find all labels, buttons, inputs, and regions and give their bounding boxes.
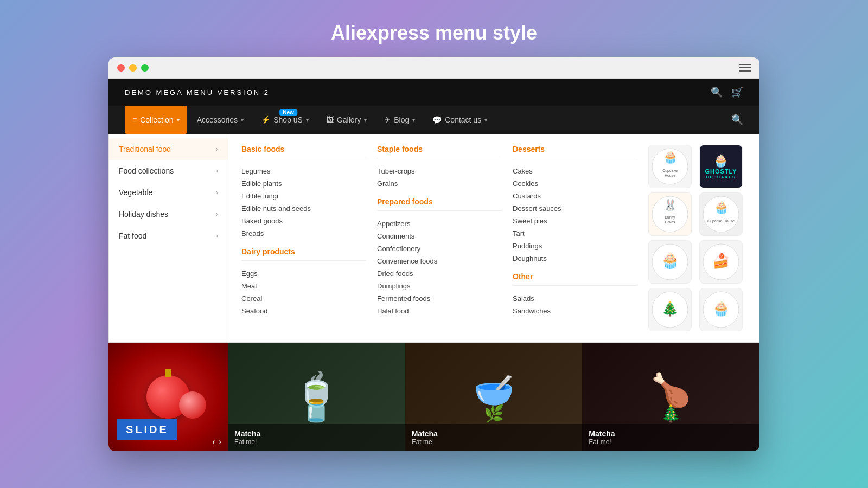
- link-dumplings[interactable]: Dumplings: [377, 280, 502, 292]
- link-tart[interactable]: Tart: [513, 227, 637, 240]
- slide-2-title: Matcha: [412, 429, 576, 438]
- hero-area: SLIDE ‹ › 🍵 🫙 Matcha Eat me!: [108, 343, 760, 451]
- link-custards[interactable]: Custards: [513, 190, 637, 202]
- slide-2[interactable]: 🥣 🌿 Matcha Eat me!: [405, 343, 583, 451]
- sidebar-label-holiday: Holiday dishes: [119, 210, 168, 219]
- brand-cupcake-6[interactable]: 🧁: [699, 288, 743, 331]
- brand-ghostly[interactable]: 🧁 GHOSTLY CUPCAKES: [699, 145, 743, 188]
- hero-slides: 🍵 🫙 Matcha Eat me! 🥣 🌿: [228, 343, 760, 451]
- link-puddings[interactable]: Puddings: [513, 240, 637, 252]
- sidebar-item-food-collections[interactable]: Food collections ›: [109, 160, 228, 182]
- link-confectionery[interactable]: Confectionery: [377, 242, 502, 255]
- svg-text:🧁: 🧁: [712, 300, 730, 317]
- link-eggs[interactable]: Eggs: [241, 267, 366, 280]
- link-cereal[interactable]: Cereal: [241, 292, 366, 305]
- link-meat[interactable]: Meat: [241, 280, 366, 292]
- brand-cupcake-house-2[interactable]: 🧁 Cupcake House: [699, 192, 743, 236]
- dot-yellow[interactable]: [129, 64, 137, 72]
- dot-green[interactable]: [141, 64, 149, 72]
- nav-label-accessories: Accessories: [197, 115, 238, 124]
- nav-label-blog: Blog: [394, 115, 409, 124]
- link-sweet-pies[interactable]: Sweet pies: [513, 215, 637, 227]
- nav-search-icon[interactable]: 🔍: [731, 114, 743, 126]
- slide-1-title: Matcha: [234, 429, 399, 438]
- svg-text:🐰: 🐰: [663, 198, 677, 211]
- link-cookies[interactable]: Cookies: [513, 177, 637, 190]
- svg-text:House: House: [665, 174, 675, 177]
- brand-bunny-cakes[interactable]: 🐰 Bunny Cakes: [648, 192, 692, 236]
- nav-item-collection[interactable]: ≡ Collection ▾: [125, 106, 187, 134]
- link-sandwiches[interactable]: Sandwiches: [513, 305, 637, 317]
- svg-text:Bunny: Bunny: [665, 215, 675, 220]
- dropdown-sidebar: Traditional food › Food collections › Ve…: [109, 134, 228, 342]
- nav-item-blog[interactable]: ✈ Blog ▾: [376, 106, 423, 134]
- slide-1[interactable]: 🍵 🫙 Matcha Eat me!: [228, 343, 405, 451]
- sidebar-label-food-collections: Food collections: [119, 166, 174, 175]
- column-header-prepared: Prepared foods: [377, 197, 502, 211]
- link-legumes[interactable]: Legumes: [241, 165, 366, 177]
- next-slide-btn[interactable]: ›: [219, 437, 221, 447]
- link-appetizers[interactable]: Appetizers: [377, 217, 502, 230]
- link-baked-goods[interactable]: Baked goods: [241, 215, 366, 227]
- sidebar-item-vegetable[interactable]: Vegetable ›: [109, 182, 228, 203]
- svg-text:🧁: 🧁: [714, 200, 729, 215]
- top-bar: DEMO MEGA MENU VERSION 2 🔍 🛒: [108, 79, 760, 106]
- link-salads[interactable]: Salads: [513, 292, 637, 305]
- slide-2-sub: Eat me!: [412, 438, 576, 446]
- link-breads[interactable]: Breads: [241, 227, 366, 240]
- chevron-icon: ›: [216, 167, 218, 175]
- svg-text:🧁: 🧁: [663, 150, 678, 164]
- svg-text:🧁: 🧁: [661, 252, 680, 269]
- svg-text:Cupcake House: Cupcake House: [707, 219, 735, 223]
- sidebar-item-fat-food[interactable]: Fat food ›: [109, 225, 228, 247]
- link-dessert-sauces[interactable]: Dessert sauces: [513, 202, 637, 215]
- nav-item-gallery[interactable]: 🖼 Gallery ▾: [318, 106, 374, 134]
- chevron-icon: ›: [216, 145, 218, 153]
- search-icon[interactable]: 🔍: [711, 86, 723, 98]
- link-dried[interactable]: Dried foods: [377, 267, 502, 280]
- link-doughnuts[interactable]: Doughnuts: [513, 252, 637, 265]
- dropdown-container: Traditional food › Food collections › Ve…: [108, 134, 760, 343]
- cart-icon[interactable]: 🛒: [731, 86, 743, 98]
- chevron-icon: ›: [216, 210, 218, 218]
- link-grains[interactable]: Grains: [377, 177, 502, 190]
- link-edible-fungi[interactable]: Edible fungi: [241, 190, 366, 202]
- column-header-other: Other: [513, 272, 637, 286]
- link-tuber[interactable]: Tuber-crops: [377, 165, 502, 177]
- brand-cupcake-house-1[interactable]: 🧁 Cupcake House: [648, 145, 692, 188]
- browser-window: DEMO MEGA MENU VERSION 2 🔍 🛒 ≡ Collectio…: [108, 57, 760, 451]
- dot-red[interactable]: [117, 64, 125, 72]
- link-fermented[interactable]: Fermented foods: [377, 292, 502, 305]
- link-edible-plants[interactable]: Edible plants: [241, 177, 366, 190]
- column-staple-prepared: Staple foods Tuber-crops Grains Prepared…: [377, 145, 502, 331]
- brand-cupcake-5[interactable]: 🎄: [648, 288, 692, 331]
- sidebar-item-traditional[interactable]: Traditional food ›: [109, 138, 228, 160]
- slide-3[interactable]: 🍗 🎄 Matcha Eat me!: [582, 343, 760, 451]
- slide-label: SLIDE: [117, 419, 177, 440]
- link-halal[interactable]: Halal food: [377, 305, 502, 317]
- link-edible-nuts[interactable]: Edible nuts and seeds: [241, 202, 366, 215]
- sidebar-item-holiday[interactable]: Holiday dishes ›: [109, 203, 228, 225]
- hamburger-icon[interactable]: [739, 64, 751, 72]
- nav-item-shop[interactable]: New ⚡ Shop uS ▾: [253, 106, 316, 134]
- link-convenience[interactable]: Convenience foods: [377, 255, 502, 267]
- link-seafood[interactable]: Seafood: [241, 305, 366, 317]
- nav-item-accessories[interactable]: Accessories ▾: [189, 106, 251, 134]
- column-header-dairy: Dairy products: [241, 247, 366, 261]
- nav-label-collection: Collection: [140, 115, 173, 124]
- nav-item-contact[interactable]: 💬 Contact us ▾: [425, 106, 495, 134]
- site-title: DEMO MEGA MENU VERSION 2: [125, 88, 270, 97]
- brand-cupcake-4[interactable]: 🍰: [699, 240, 743, 284]
- top-bar-icons: 🔍 🛒: [711, 86, 743, 98]
- gallery-icon: 🖼: [326, 115, 334, 124]
- link-cakes[interactable]: Cakes: [513, 165, 637, 177]
- brands-column: 🧁 Cupcake House 🧁 GHOSTLY CUPCAKES: [648, 145, 746, 331]
- slide-3-caption: Matcha Eat me!: [582, 424, 760, 451]
- link-condiments[interactable]: Condiments: [377, 230, 502, 242]
- svg-text:Cakes: Cakes: [665, 220, 675, 224]
- page-title: Aliexpress menu style: [331, 11, 537, 44]
- column-header-desserts: Desserts: [513, 145, 637, 158]
- column-desserts: Desserts Cakes Cookies Custards Dessert …: [513, 145, 637, 331]
- prev-slide-btn[interactable]: ‹: [212, 437, 215, 447]
- brand-cupcake-3[interactable]: 🧁: [648, 240, 692, 284]
